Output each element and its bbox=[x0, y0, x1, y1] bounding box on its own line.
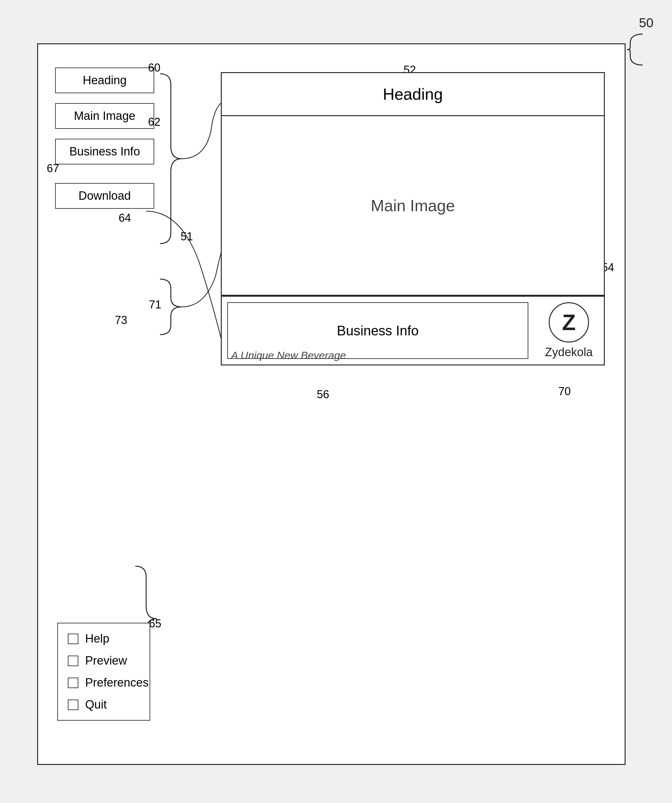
preview-heading-label: Heading bbox=[383, 85, 443, 103]
quit-checkbox[interactable] bbox=[68, 700, 78, 710]
logo-letter: Z bbox=[562, 310, 576, 335]
logo-circle: Z bbox=[549, 302, 589, 343]
left-heading-item[interactable]: Heading bbox=[55, 68, 154, 93]
preview-main-image-label: Main Image bbox=[371, 196, 455, 215]
ref-71: 71 bbox=[149, 298, 161, 311]
left-business-info-item[interactable]: Business Info bbox=[55, 139, 154, 164]
ref-62: 62 bbox=[148, 115, 160, 128]
menu-item-quit[interactable]: Quit bbox=[68, 698, 140, 711]
ref-50-main: 50 bbox=[639, 15, 653, 30]
left-download-item[interactable]: Download bbox=[55, 183, 154, 209]
right-panel: Heading Main Image Business Info Z Zydek… bbox=[221, 72, 605, 366]
outer-frame: Heading Main Image Business Info Downloa… bbox=[37, 43, 626, 765]
menu-item-preview[interactable]: Preview bbox=[68, 654, 140, 667]
ref-50-bracket bbox=[624, 31, 646, 68]
menu-item-help[interactable]: Help bbox=[68, 632, 140, 645]
left-download-label: Download bbox=[79, 189, 131, 202]
preview-label: Preview bbox=[85, 654, 127, 667]
help-label: Help bbox=[85, 632, 109, 645]
menu-box: Help Preview Preferences Quit bbox=[57, 623, 150, 721]
preview-business-info-label: Business Info bbox=[337, 323, 419, 338]
menu-item-preferences[interactable]: Preferences bbox=[68, 676, 140, 689]
logo-name-label: Zydekola bbox=[545, 346, 593, 359]
left-business-info-label: Business Info bbox=[69, 145, 140, 158]
preview-heading: Heading bbox=[222, 73, 604, 116]
ref-70: 70 bbox=[558, 385, 571, 398]
left-main-image-item[interactable]: Main Image bbox=[55, 103, 154, 129]
preview-main-image: Main Image bbox=[222, 116, 604, 296]
ref-56: 56 bbox=[317, 388, 329, 401]
ref-73: 73 bbox=[115, 314, 127, 327]
preview-checkbox[interactable] bbox=[68, 656, 78, 666]
left-heading-label: Heading bbox=[83, 74, 127, 87]
preferences-label: Preferences bbox=[85, 676, 149, 689]
quit-label: Quit bbox=[85, 698, 107, 711]
ref-64: 64 bbox=[119, 211, 131, 224]
help-checkbox[interactable] bbox=[68, 634, 78, 644]
tagline: A Unique New Beverage bbox=[231, 349, 346, 361]
ref-60: 60 bbox=[148, 61, 160, 74]
preferences-checkbox[interactable] bbox=[68, 678, 78, 688]
ref-67: 67 bbox=[47, 162, 59, 175]
preview-logo: Z Zydekola bbox=[534, 297, 604, 364]
ref-51: 51 bbox=[181, 230, 193, 243]
ref-65: 65 bbox=[149, 617, 161, 630]
preview-bottom-section: Business Info Z Zydekola A Unique New Be… bbox=[222, 296, 604, 364]
left-panel: Heading Main Image Business Info Downloa… bbox=[55, 68, 185, 209]
left-main-image-label: Main Image bbox=[74, 109, 136, 122]
